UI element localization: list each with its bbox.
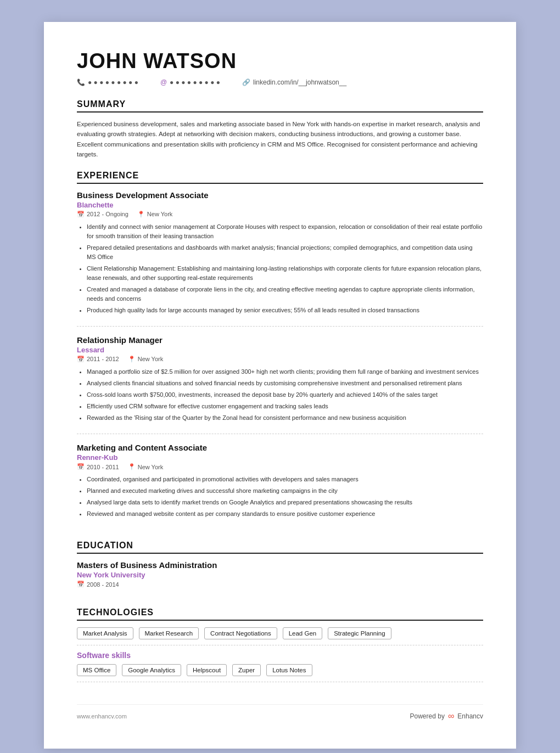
linkedin-value: linkedin.com/in/__johnwatson__: [253, 78, 346, 86]
summary-text: Experienced business development, sales …: [77, 119, 483, 160]
experience-entry-3: Marketing and Content Associate Renner-K…: [77, 443, 483, 530]
school-1: New York University: [77, 571, 483, 579]
experience-entry-1: Business Development Associate Blanchett…: [77, 190, 483, 327]
job-title-2: Relationship Manager: [77, 335, 483, 345]
skill-ms-office: MS Office: [77, 664, 116, 676]
bullet-2-4: Efficiently used CRM software for effect…: [87, 402, 483, 411]
resume-document: JOHN WATSON 📞 ● ● ● ● ● ● ● ● ● @ ● ● ● …: [44, 22, 516, 749]
software-skills-row: MS Office Google Analytics Helpscout Zup…: [77, 664, 483, 682]
job-location-2: 📍 New York: [128, 356, 163, 363]
skill-lead-gen: Lead Gen: [283, 627, 323, 639]
bullet-2-5: Rewarded as the 'Rising star of the Quar…: [87, 413, 483, 423]
skill-market-analysis: Market Analysis: [77, 627, 133, 639]
job-meta-1: 📅 2012 - Ongoing 📍 New York: [77, 211, 483, 218]
summary-section: SUMMARY Experienced business development…: [77, 99, 483, 160]
job-bullets-1: Identify and connect with senior managem…: [77, 222, 483, 315]
bullet-3-2: Planned and executed marketing drives an…: [87, 486, 483, 496]
enhancv-icon: ∞: [448, 711, 454, 721]
degree-1: Masters of Business Administration: [77, 560, 483, 570]
skill-google-analytics: Google Analytics: [122, 664, 181, 676]
calendar-icon-2: 📅: [77, 356, 85, 363]
skill-contract-negotiations: Contract Negotiations: [204, 627, 277, 639]
job-meta-3: 📅 2010 - 2011 📍 New York: [77, 463, 483, 470]
calendar-icon: 📅: [77, 211, 85, 218]
skill-strategic-planning: Strategic Planning: [328, 627, 391, 639]
phone-icon: 📞: [77, 78, 85, 86]
bullet-1-4: Created and managed a database of corpor…: [87, 285, 483, 304]
job-title-1: Business Development Associate: [77, 190, 483, 200]
bullet-3-3: Analysed large data sets to identify mar…: [87, 498, 483, 507]
calendar-icon-edu: 📅: [77, 581, 85, 588]
education-section: EDUCATION Masters of Business Administra…: [77, 541, 483, 597]
bullet-1-1: Identify and connect with senior managem…: [87, 222, 483, 241]
bullet-2-3: Cross-sold loans worth $750,000, investm…: [87, 390, 483, 400]
experience-entry-2: Relationship Manager Lessard 📅 2011 - 20…: [77, 335, 483, 434]
job-meta-2: 📅 2011 - 2012 📍 New York: [77, 356, 483, 363]
bullet-1-2: Prepared detailed presentations and dash…: [87, 243, 483, 262]
linkedin-icon: 🔗: [242, 78, 250, 86]
candidate-name: JOHN WATSON: [77, 49, 483, 73]
contact-row: 📞 ● ● ● ● ● ● ● ● ● @ ● ● ● ● ● ● ● ● ● …: [77, 78, 483, 86]
resume-footer: www.enhancv.com Powered by ∞ Enhancv: [77, 704, 483, 721]
education-entry-1: Masters of Business Administration New Y…: [77, 560, 483, 597]
bullet-2-1: Managed a portfolio size of $2.5 million…: [87, 367, 483, 376]
company-2: Lessard: [77, 346, 483, 354]
job-location-3: 📍 New York: [128, 463, 163, 470]
email-icon: @: [160, 78, 167, 86]
bullet-1-5: Produced high quality lads for large acc…: [87, 306, 483, 315]
skill-lotus-notes: Lotus Notes: [266, 664, 312, 676]
contact-phone: 📞 ● ● ● ● ● ● ● ● ●: [77, 78, 138, 86]
location-icon-2: 📍: [128, 356, 136, 363]
company-1: Blanchette: [77, 201, 483, 209]
phone-value: ● ● ● ● ● ● ● ● ●: [88, 78, 138, 86]
calendar-icon-3: 📅: [77, 463, 85, 470]
skill-zuper: Zuper: [232, 664, 261, 676]
powered-by-label: Powered by: [410, 712, 445, 720]
technologies-section: TECHNOLOGIES Market Analysis Market Rese…: [77, 608, 483, 682]
summary-title: SUMMARY: [77, 99, 483, 113]
bullet-1-3: Client Relationship Management: Establis…: [87, 264, 483, 283]
bullet-3-4: Reviewed and managed website content as …: [87, 509, 483, 519]
job-bullets-3: Coordinated, organised and participated …: [77, 475, 483, 519]
technologies-title: TECHNOLOGIES: [77, 608, 483, 621]
experience-title: EXPERIENCE: [77, 171, 483, 184]
skill-helpscout: Helpscout: [187, 664, 227, 676]
job-period-2: 📅 2011 - 2012: [77, 356, 119, 363]
bullet-2-2: Analysed clients financial situations an…: [87, 379, 483, 388]
job-location-1: 📍 New York: [137, 211, 172, 218]
software-skills-label: Software skills: [77, 651, 483, 660]
core-skills-row: Market Analysis Market Research Contract…: [77, 627, 483, 645]
edu-years-1: 📅 2008 - 2014: [77, 581, 483, 588]
location-icon: 📍: [137, 211, 145, 218]
contact-email: @ ● ● ● ● ● ● ● ● ●: [160, 78, 220, 86]
education-title: EDUCATION: [77, 541, 483, 554]
skill-market-research: Market Research: [139, 627, 199, 639]
location-icon-3: 📍: [128, 463, 136, 470]
website-label: www.enhancv.com: [77, 713, 127, 720]
job-period-1: 📅 2012 - Ongoing: [77, 211, 128, 218]
email-value: ● ● ● ● ● ● ● ● ●: [170, 78, 220, 86]
experience-section: EXPERIENCE Business Development Associat…: [77, 171, 483, 530]
job-bullets-2: Managed a portfolio size of $2.5 million…: [77, 367, 483, 423]
enhancv-branding: Powered by ∞ Enhancv: [410, 711, 483, 721]
job-title-3: Marketing and Content Associate: [77, 443, 483, 452]
bullet-3-1: Coordinated, organised and participated …: [87, 475, 483, 484]
company-3: Renner-Kub: [77, 453, 483, 462]
contact-linkedin: 🔗 linkedin.com/in/__johnwatson__: [242, 78, 346, 86]
job-period-3: 📅 2010 - 2011: [77, 463, 119, 470]
brand-name: Enhancv: [457, 712, 483, 720]
